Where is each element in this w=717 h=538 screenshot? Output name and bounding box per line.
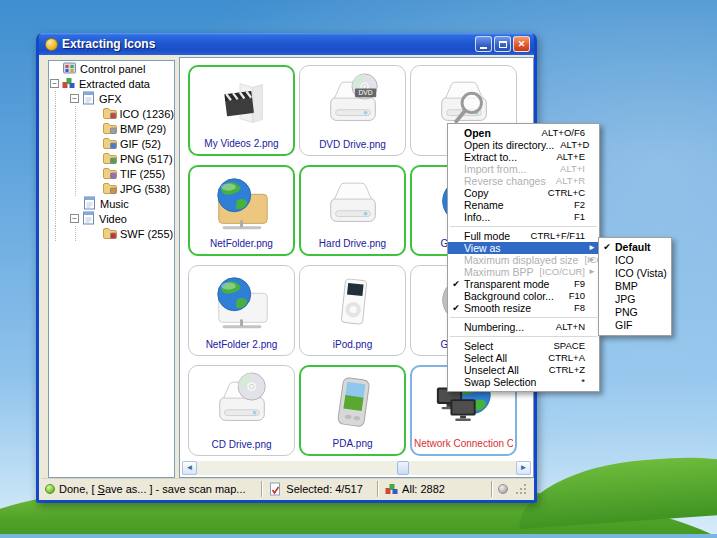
menu-item-shortcut: F10 — [563, 290, 585, 302]
menu-item-view-as[interactable]: View as► — [448, 242, 599, 254]
horizontal-scrollbar[interactable]: ◄ ► — [182, 461, 531, 475]
folder-icon — [102, 121, 120, 137]
grid-cell-label: CD Drive.png — [191, 439, 292, 450]
tree-item-extracted-data[interactable]: −Extracted data — [49, 76, 174, 91]
menu-item-label: Swap Selection — [464, 376, 575, 388]
tree-item-swf-255[interactable]: SWF (255) — [49, 226, 174, 241]
notebook-icon — [82, 196, 100, 212]
category-tree: Control panel−Extracted data−GFXICO (123… — [48, 60, 175, 478]
minimize-button[interactable] — [475, 36, 492, 52]
tree-item-png-517[interactable]: PNG (517) — [49, 151, 174, 166]
notebook-icon — [81, 211, 99, 227]
tree-indent-guide — [75, 166, 89, 181]
tree-item-label: ICO (1236) — [120, 108, 174, 120]
tree-indent-guide — [55, 166, 69, 181]
menu-item-jpg[interactable]: JPG — [599, 293, 671, 306]
maximize-icon — [499, 41, 507, 48]
grid-cell[interactable]: iPod.png — [299, 265, 406, 356]
tree-item-gfx[interactable]: −GFX — [49, 91, 174, 106]
tree-collapse-icon[interactable]: − — [70, 214, 79, 223]
status-all-text: All: 2882 — [402, 483, 445, 495]
menu-item-open[interactable]: OpenALT+O/F6 — [448, 127, 599, 139]
menu-item-default[interactable]: ✔Default — [599, 241, 671, 254]
menu-item-copy[interactable]: CopyCTRL+C — [448, 187, 599, 199]
tree-item-music[interactable]: Music — [49, 196, 174, 211]
menu-item-label: Numbering... — [464, 321, 550, 333]
tree-item-control-panel[interactable]: Control panel — [49, 61, 174, 76]
menu-item-smooth-resize[interactable]: ✔Smooth resizeF8 — [448, 302, 599, 314]
menu-item-numbering[interactable]: Numbering...ALT+N — [448, 321, 599, 333]
menu-item-import-from: Import from...ALT+I — [448, 163, 599, 175]
folder-icon — [102, 226, 120, 242]
menu-item-info[interactable]: Info...F1 — [448, 211, 599, 223]
grid-cell[interactable]: PDA.png — [299, 365, 406, 456]
tree-item-bmp-29[interactable]: BMP (29) — [49, 121, 174, 136]
folder-icon — [102, 136, 120, 152]
menu-item-shortcut: ALT+O/F6 — [536, 127, 585, 139]
menu-item-gif[interactable]: GIF — [599, 319, 671, 332]
menu-item-select-all[interactable]: Select AllCTRL+A — [448, 352, 599, 364]
menu-item-label: Maximum displayed size — [464, 254, 578, 266]
control-panel-icon — [62, 61, 80, 77]
menu-item-label: PNG — [615, 306, 657, 319]
menu-item-background-color[interactable]: Background color...F10 — [448, 290, 599, 302]
menu-item-shortcut: CTRL+C — [542, 187, 585, 199]
titlebar[interactable]: Extracting Icons ✕ — [39, 33, 534, 55]
scroll-right-button[interactable]: ► — [516, 461, 531, 475]
grid-cell[interactable]: DVD DVD Drive.png — [299, 65, 406, 156]
menu-item-label: Unselect All — [464, 364, 543, 376]
tree-collapse-icon[interactable]: − — [50, 79, 59, 88]
menu-item-full-mode[interactable]: Full modeCTRL+F/F11 — [448, 230, 599, 242]
selected-count-icon — [268, 482, 283, 496]
tree-item-ico-1236[interactable]: ICO (1236) — [49, 106, 174, 121]
menu-item-ico[interactable]: ICO — [599, 254, 671, 267]
close-button[interactable]: ✕ — [513, 36, 530, 52]
scrollbar-thumb[interactable] — [397, 461, 409, 475]
menu-item-ico-vista[interactable]: ICO (Vista) — [599, 267, 671, 280]
menu-item-shortcut: [ICO/CUR] — [534, 266, 585, 278]
maximize-button[interactable] — [494, 36, 511, 52]
menu-item-label: Select — [464, 340, 547, 352]
menu-item-extract-to[interactable]: Extract to...ALT+E — [448, 151, 599, 163]
tree-indent-guide — [55, 226, 69, 241]
menu-item-swap-selection[interactable]: Swap Selection* — [448, 376, 599, 388]
scrollbar-track[interactable] — [197, 461, 516, 475]
net-folder-2-icon — [211, 271, 273, 337]
grid-cell-label: My Videos 2.png — [192, 138, 291, 149]
my-videos-icon — [211, 72, 273, 138]
grid-cell[interactable]: NetFolder 2.png — [188, 265, 295, 356]
grid-cell[interactable]: My Videos 2.png — [188, 65, 295, 156]
tree-item-tif-255[interactable]: TIF (255) — [49, 166, 174, 181]
grid-cell[interactable]: Hard Drive.png — [299, 165, 406, 256]
tree-item-label: Video — [99, 213, 127, 225]
menu-item-bmp[interactable]: BMP — [599, 280, 671, 293]
menu-item-png[interactable]: PNG — [599, 306, 671, 319]
menu-item-label: Select All — [464, 352, 542, 364]
grid-cell[interactable]: CD Drive.png — [188, 365, 295, 456]
ipod-icon — [322, 271, 384, 337]
submenu-arrow-icon: ► — [588, 254, 596, 266]
scroll-left-button[interactable]: ◄ — [182, 461, 197, 475]
status-done-section: Done, [ Save as... ] - save scan map... — [41, 481, 260, 497]
menu-item-shortcut: ALT+E — [550, 151, 585, 163]
menu-item-unselect-all[interactable]: Unselect AllCTRL+Z — [448, 364, 599, 376]
menu-item-reverse-changes: Reverse changesALT+R — [448, 175, 599, 187]
menu-item-label: BMP — [615, 280, 657, 293]
tree-item-label: SWF (255) — [120, 228, 173, 240]
menu-item-open-its-directory[interactable]: Open its directory...ALT+D — [448, 139, 599, 151]
menu-item-shortcut: ALT+R — [550, 175, 585, 187]
tree-collapse-icon[interactable]: − — [70, 94, 79, 103]
menu-item-maximum-displayed-size: Maximum displayed size[ICO/CUR]► — [448, 254, 599, 266]
menu-item-select[interactable]: SelectSPACE — [448, 340, 599, 352]
menu-item-shortcut: F2 — [568, 199, 585, 211]
tree-item-gif-52[interactable]: GIF (52) — [49, 136, 174, 151]
menu-item-rename[interactable]: RenameF2 — [448, 199, 599, 211]
statusbar-divider — [377, 481, 379, 497]
menu-item-label: Info... — [464, 211, 568, 223]
resize-grip[interactable] — [516, 483, 528, 495]
net-folder-icon — [211, 172, 273, 238]
grid-cell[interactable]: NetFolder.png — [188, 165, 295, 256]
menu-item-transparent-mode[interactable]: ✔Transparent modeF9 — [448, 278, 599, 290]
tree-item-jpg-538[interactable]: JPG (538) — [49, 181, 174, 196]
tree-item-video[interactable]: −Video — [49, 211, 174, 226]
